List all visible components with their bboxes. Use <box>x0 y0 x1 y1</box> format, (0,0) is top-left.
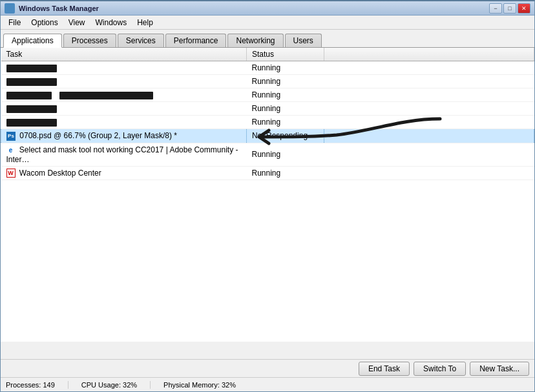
table-row[interactable]: Running <box>1 88 534 102</box>
col-header-empty <box>324 48 534 61</box>
switch-to-button[interactable]: Switch To <box>414 362 466 376</box>
tab-applications[interactable]: Applications <box>3 34 62 48</box>
task-name <box>1 75 247 88</box>
task-name <box>1 88 247 102</box>
ie-icon: e <box>6 146 16 155</box>
app-icon <box>5 3 15 14</box>
table-row[interactable]: Running <box>1 116 534 129</box>
task-status: Running <box>247 102 324 116</box>
task-status: Running <box>247 61 324 75</box>
main-content: Task Status Running <box>1 48 534 342</box>
memory-usage: Physical Memory: 32% <box>163 381 249 389</box>
tab-users[interactable]: Users <box>285 34 322 47</box>
main-window: Windows Task Manager − □ ✕ File Options … <box>0 0 535 392</box>
button-bar: End Task Switch To New Task... <box>1 359 534 377</box>
title-bar: Windows Task Manager − □ ✕ <box>1 1 534 15</box>
tab-services[interactable]: Services <box>118 34 164 47</box>
menu-bar: File Options View Windows Help <box>1 15 534 30</box>
task-name: W Wacom Desktop Center <box>1 166 247 180</box>
table-row[interactable]: Running <box>1 61 534 75</box>
tab-processes[interactable]: Processes <box>63 34 116 47</box>
task-name <box>1 61 247 75</box>
menu-windows[interactable]: Windows <box>90 17 132 28</box>
menu-options[interactable]: Options <box>26 17 63 28</box>
task-status: Running <box>247 166 324 180</box>
maximize-button[interactable]: □ <box>503 3 516 14</box>
task-name <box>1 102 247 116</box>
menu-file[interactable]: File <box>3 17 26 28</box>
task-status: Running <box>247 75 324 88</box>
task-name <box>1 116 247 129</box>
status-bar: Processes: 149 CPU Usage: 32% Physical M… <box>1 377 534 391</box>
task-status: Not Responding <box>247 129 324 143</box>
tab-performance[interactable]: Performance <box>165 34 227 47</box>
col-header-task[interactable]: Task <box>1 48 247 61</box>
table-row[interactable]: Running <box>1 102 534 116</box>
task-name: Ps 0708.psd @ 66.7% (Group 2, Layer Mask… <box>1 129 247 143</box>
tab-networking[interactable]: Networking <box>227 34 283 47</box>
col-header-status[interactable]: Status <box>247 48 324 61</box>
ps-icon: Ps <box>6 132 16 141</box>
new-task-button[interactable]: New Task... <box>470 362 529 376</box>
end-task-button[interactable]: End Task <box>359 362 410 376</box>
window-controls: − □ ✕ <box>489 3 530 14</box>
task-status: Running <box>247 143 324 166</box>
table-row[interactable]: W Wacom Desktop Center Running <box>1 166 534 180</box>
minimize-button[interactable]: − <box>489 3 502 14</box>
menu-view[interactable]: View <box>63 17 90 28</box>
table-row[interactable]: Running <box>1 75 534 88</box>
processes-count: Processes: 149 <box>6 381 68 389</box>
table-row[interactable]: e Select and mask tool not working CC201… <box>1 143 534 166</box>
tab-bar: Applications Processes Services Performa… <box>1 30 534 48</box>
close-button[interactable]: ✕ <box>518 3 530 14</box>
window-title: Windows Task Manager <box>19 5 489 12</box>
task-table: Task Status Running <box>1 48 534 180</box>
task-name: e Select and mask tool not working CC201… <box>1 143 247 166</box>
wacom-icon: W <box>6 169 16 178</box>
cpu-usage: CPU Usage: 32% <box>81 381 151 389</box>
menu-help[interactable]: Help <box>132 17 158 28</box>
task-status: Running <box>247 88 324 102</box>
table-row[interactable]: Ps 0708.psd @ 66.7% (Group 2, Layer Mask… <box>1 129 534 143</box>
task-status: Running <box>247 116 324 129</box>
